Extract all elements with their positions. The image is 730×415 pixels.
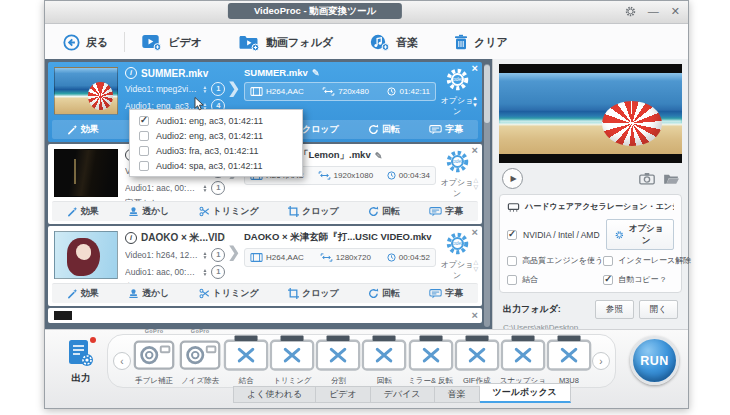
- options-label[interactable]: オプション: [438, 259, 476, 281]
- clear-button[interactable]: クリア: [448, 30, 514, 54]
- trim-button[interactable]: トリミング: [199, 205, 259, 218]
- subtitle-button[interactable]: 字幕: [429, 205, 463, 218]
- video-row-daoko[interactable]: × i DAOKO × 米...VIDEO.mp4 Video1: h264, …: [48, 226, 482, 306]
- scissors-icon: [199, 206, 210, 217]
- audio-option-1[interactable]: Audio1: eng, ac3, 01:42:11: [130, 113, 302, 128]
- track-spinner[interactable]: ▲▼: [202, 251, 207, 260]
- preview-player[interactable]: [499, 64, 682, 163]
- tool-denoise[interactable]: GoPro ノイズ除去: [177, 328, 223, 385]
- rotate-button[interactable]: 回転: [368, 287, 400, 300]
- hw-options-button[interactable]: オプション: [606, 219, 674, 250]
- options-label[interactable]: オプション: [438, 95, 476, 117]
- tab-video[interactable]: ビデオ: [316, 386, 371, 403]
- audio-option-4[interactable]: Audio4: spa, ac3, 01:42:11: [130, 158, 302, 173]
- audio-option-3[interactable]: Audio3: fra, ac3, 01:42:11: [130, 143, 302, 158]
- close-icon[interactable]: ×: [472, 62, 478, 75]
- info-icon[interactable]: i: [125, 67, 137, 79]
- tool-icon: [454, 334, 500, 372]
- video-row-partial[interactable]: ×: [48, 308, 482, 323]
- add-video-folder-button[interactable]: 動画フォルダ: [232, 30, 339, 55]
- crop-button[interactable]: クロップ: [288, 205, 339, 218]
- subtitle-button[interactable]: 字幕: [429, 287, 463, 300]
- tab-music[interactable]: 音楽: [435, 386, 480, 403]
- snapshot-camera-icon[interactable]: [639, 172, 655, 185]
- screen: VideoProc - 動画変換ツール — ✕ 戻る ビデオ 動画フォルダ: [0, 0, 730, 415]
- settings-gear-icon[interactable]: [625, 6, 636, 17]
- video-thumbnail: [54, 67, 118, 115]
- codec-options-button[interactable]: codec: [445, 67, 470, 92]
- tab-frequently-used[interactable]: よく使われる: [233, 386, 316, 403]
- crop-button[interactable]: クロップ: [288, 287, 339, 300]
- tool-split[interactable]: 分割: [315, 328, 361, 385]
- close-icon[interactable]: ✕: [671, 4, 680, 18]
- run-button[interactable]: RUN: [630, 336, 679, 385]
- row-reorder-arrows[interactable]: △▽: [473, 259, 478, 272]
- output-doc-icon: [68, 339, 94, 367]
- effect-button[interactable]: 効果: [67, 205, 99, 218]
- effect-button[interactable]: 効果: [67, 123, 99, 136]
- close-icon[interactable]: ×: [472, 144, 478, 157]
- tool-mirror-flip[interactable]: ミラー& 反転: [408, 328, 454, 385]
- scroll-left-icon[interactable]: ‹: [113, 352, 131, 370]
- track-spinner[interactable]: ▲▼: [202, 268, 207, 277]
- codec-icon: [250, 253, 263, 262]
- scrollbar-thumb[interactable]: [484, 65, 490, 123]
- trim-button[interactable]: トリミング: [199, 287, 259, 300]
- watermark-button[interactable]: 透かし: [128, 205, 169, 218]
- music-plus-icon: [369, 34, 390, 51]
- close-icon[interactable]: ×: [472, 226, 478, 239]
- output-info-card: H264,AAC 720x480 01:42:11: [244, 82, 436, 101]
- browse-button[interactable]: 参照: [595, 300, 634, 319]
- row-reorder-arrows[interactable]: ▲▼: [472, 95, 478, 108]
- parasol-graphic: [88, 82, 113, 111]
- tab-device[interactable]: デバイス: [371, 386, 435, 403]
- close-icon[interactable]: ×: [472, 309, 478, 322]
- rename-pencil-icon[interactable]: ✎: [375, 151, 383, 161]
- gpu-checkbox[interactable]: [507, 230, 517, 240]
- output-profile[interactable]: 出力: [59, 339, 103, 385]
- deinterlace-checkbox[interactable]: インターレース解除: [603, 255, 691, 266]
- merge-checkbox[interactable]: 結合: [507, 274, 603, 285]
- minimize-icon[interactable]: —: [648, 4, 659, 18]
- scroll-right-icon[interactable]: ›: [592, 352, 610, 370]
- video-plus-icon: [141, 34, 162, 51]
- track-spinner[interactable]: ▲▼: [202, 85, 207, 94]
- duration-clock-icon: [387, 171, 396, 180]
- track-spinner[interactable]: ▲▼: [202, 184, 207, 193]
- tool-merge[interactable]: 結合: [223, 328, 269, 385]
- add-music-button[interactable]: 音楽: [363, 30, 424, 55]
- subtitle-button[interactable]: 字幕: [429, 123, 463, 136]
- list-scrollbar[interactable]: [484, 64, 490, 327]
- scissors-icon: [199, 288, 210, 299]
- codec-options-button[interactable]: codec: [445, 149, 470, 174]
- subtitle-icon: [429, 125, 442, 135]
- add-video-button[interactable]: ビデオ: [135, 30, 208, 55]
- toolbox-tray: ‹ GoPro 手ブレ補正 GoPro ノイズ除去: [107, 334, 616, 388]
- play-button[interactable]: ▶: [502, 168, 523, 189]
- info-icon[interactable]: i: [125, 232, 137, 244]
- options-label[interactable]: オプション: [438, 177, 476, 199]
- watermark-button[interactable]: 透かし: [128, 287, 169, 300]
- open-folder-icon[interactable]: [663, 172, 679, 185]
- row-reorder-arrows[interactable]: △▽: [473, 177, 478, 190]
- tool-stabilization[interactable]: GoPro 手ブレ補正: [131, 328, 177, 385]
- tool-trim[interactable]: トリミング: [269, 328, 315, 385]
- back-button[interactable]: 戻る: [57, 30, 114, 55]
- tab-toolbox[interactable]: ツールボックス: [480, 383, 571, 403]
- open-button[interactable]: 開く: [639, 300, 678, 319]
- gear-icon: [615, 230, 624, 240]
- effect-button[interactable]: 効果: [67, 287, 99, 300]
- rotate-button[interactable]: 回転: [368, 123, 400, 136]
- tool-icon: [500, 334, 546, 372]
- tool-gif-maker[interactable]: GIF作成: [454, 328, 500, 385]
- rename-pencil-icon[interactable]: ✎: [312, 68, 320, 78]
- high-quality-engine-checkbox[interactable]: 高品質エンジンを使う: [507, 255, 603, 266]
- rotate-icon: [368, 206, 379, 217]
- tool-rotate[interactable]: 回転: [361, 328, 407, 385]
- tool-m3u8[interactable]: M3U8: [546, 328, 592, 385]
- stamp-icon: [128, 206, 139, 217]
- audio-option-2[interactable]: Audio2: eng, ac3, 01:42:11: [130, 128, 302, 143]
- rotate-button[interactable]: 回転: [368, 205, 400, 218]
- codec-options-button[interactable]: codec: [445, 231, 470, 256]
- auto-copy-checkbox[interactable]: 自動コピー ?: [603, 274, 691, 285]
